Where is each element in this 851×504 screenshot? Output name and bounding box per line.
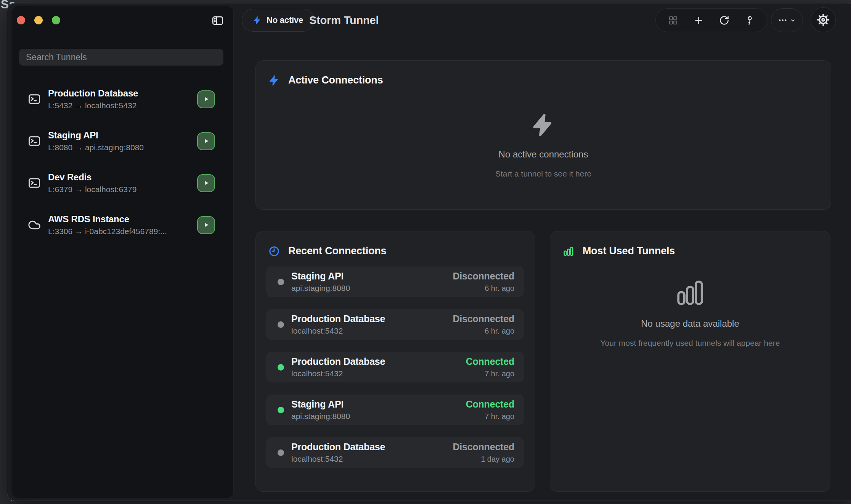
play-icon [202,136,211,146]
connection-address: api.staging:8080 [291,284,445,293]
connection-name: Production Database [291,313,445,324]
most-used-tunnels-card: Most Used Tunnels No usage data availabl… [550,231,830,492]
grid-view-button[interactable] [665,12,681,29]
sidebar: Production Database L:5432 → localhost:5… [11,6,234,498]
tunnel-route: L:5432 → localhost:5432 [48,101,138,110]
zoom-window-button[interactable] [52,16,60,24]
settings-button[interactable] [811,7,836,32]
keys-button[interactable] [742,12,758,29]
connection-name: Production Database [291,441,445,453]
connection-name: Staging API [291,271,445,282]
window-controls [17,16,60,24]
recent-connection-row[interactable]: Staging API api.staging:8080 Disconnecte… [266,266,524,297]
status-badge-label: No active [267,15,303,25]
grid-icon [668,15,678,26]
minimize-window-button[interactable] [34,16,43,24]
tunnel-list-item[interactable]: AWS RDS Instance L:3306 → i-0abc123def45… [27,208,215,242]
status-dot [278,407,284,413]
sidebar-toggle-icon [211,14,224,28]
ellipsis-icon [778,15,788,25]
bolt-icon [531,111,555,139]
recent-connection-row[interactable]: Production Database localhost:5432 Conne… [266,352,524,382]
tunnel-route: L:8080 → api.staging:8080 [48,143,144,152]
tunnel-name: Staging API [48,130,144,141]
status-dot [278,449,284,456]
status-dot [278,321,284,328]
bar-chart-icon [674,277,706,308]
play-icon [202,220,211,230]
terminal-icon [27,92,41,106]
most-used-empty-state: No usage data available Your most freque… [550,277,830,348]
tunnel-route: L:6379 → localhost:6379 [48,185,136,194]
connection-address: localhost:5432 [291,369,459,378]
recent-connection-row[interactable]: Production Database localhost:5432 Disco… [266,437,524,468]
tunnel-name: Production Database [48,88,138,99]
connection-address: localhost:5432 [291,454,445,464]
empty-state-subtitle: Your most frequently used tunnels will a… [601,339,780,348]
tunnel-name: Dev Redis [48,172,136,183]
page-title: Storm Tunnel [309,9,379,32]
start-tunnel-button[interactable] [197,216,215,234]
recent-connection-row[interactable]: Staging API api.staging:8080 Connected 7… [266,395,524,425]
status-dot [278,279,284,285]
search-input[interactable] [19,49,223,66]
play-icon [202,95,211,104]
cloud-icon [27,218,41,232]
connection-name: Production Database [291,356,459,367]
start-tunnel-button[interactable] [197,174,215,192]
chevron-down-icon [790,17,796,24]
connection-time: 1 day ago [481,455,514,464]
connection-status: Disconnected [453,313,514,324]
refresh-button[interactable] [716,12,733,29]
app-window: Production Database L:5432 → localhost:5… [7,3,851,501]
close-window-button[interactable] [17,16,25,24]
tunnel-list-item[interactable]: Staging API L:8080 → api.staging:8080 [27,124,215,158]
toolbar [655,8,768,32]
bolt-icon [268,75,280,86]
key-icon [745,15,755,26]
recent-connections-list: Staging API api.staging:8080 Disconnecte… [266,266,524,480]
connection-status: Connected [466,399,514,410]
play-icon [202,178,211,188]
empty-state-title: No active connections [499,149,588,160]
connection-name: Staging API [291,399,459,410]
connection-status: Disconnected [453,441,514,453]
connection-time: 7 hr. ago [485,412,514,421]
card-title: Most Used Tunnels [583,245,675,257]
connection-time: 6 hr. ago [485,327,514,335]
start-tunnel-button[interactable] [197,132,215,150]
card-title: Active Connections [288,74,383,86]
connection-status: Connected [466,356,514,367]
add-tunnel-button[interactable] [690,12,707,29]
plus-icon [694,15,704,26]
clock-icon [268,246,280,257]
start-tunnel-button[interactable] [197,90,215,108]
recent-connection-row[interactable]: Production Database localhost:5432 Disco… [266,309,524,340]
terminal-icon [27,134,41,148]
active-connections-card: Active Connections No active connections… [255,60,831,210]
empty-state-subtitle: Start a tunnel to see it here [495,169,591,178]
tunnel-list: Production Database L:5432 → localhost:5… [11,82,233,250]
empty-state-title: No usage data available [641,318,739,329]
gear-icon [816,13,830,27]
tunnel-route: L:3306 → i-0abc123def456789:... [48,227,167,236]
connection-address: localhost:5432 [291,326,445,335]
tunnel-list-item[interactable]: Production Database L:5432 → localhost:5… [27,82,215,116]
connection-address: api.staging:8080 [291,412,459,421]
connection-status: Disconnected [453,271,514,282]
status-badge[interactable]: No active [242,9,314,32]
refresh-icon [719,15,729,26]
connection-time: 6 hr. ago [485,284,514,293]
terminal-icon [27,176,41,190]
bar-chart-icon [563,246,574,257]
bolt-icon [253,16,262,25]
tunnel-name: AWS RDS Instance [48,214,167,225]
status-dot [278,364,284,371]
more-options-button[interactable] [771,8,803,32]
recent-connections-card: Recent Connections Staging API api.stagi… [255,231,535,492]
tunnel-list-item[interactable]: Dev Redis L:6379 → localhost:6379 [27,166,215,200]
connection-time: 7 hr. ago [485,369,514,378]
active-empty-state: No active connections Start a tunnel to … [256,111,831,178]
toggle-sidebar-button[interactable] [210,14,225,28]
card-title: Recent Connections [288,245,386,257]
